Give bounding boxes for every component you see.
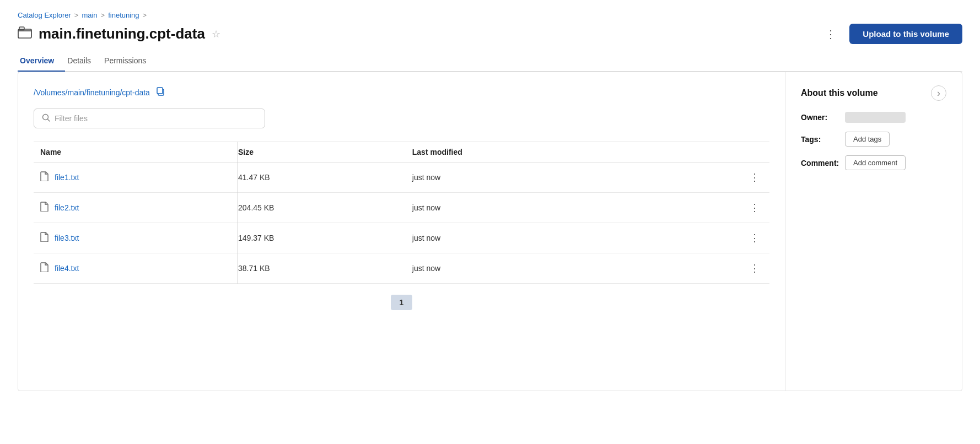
content-layout: /Volumes/main/finetuning/cpt-data <box>18 72 962 391</box>
right-panel: About this volume › Owner: Tags: Add tag… <box>785 72 962 391</box>
file-icon <box>40 202 49 214</box>
tags-label: Tags: <box>801 135 839 144</box>
tab-overview[interactable]: Overview <box>18 51 65 72</box>
tab-permissions[interactable]: Permissions <box>102 51 157 72</box>
tab-details[interactable]: Details <box>65 51 102 72</box>
filter-input[interactable] <box>55 114 257 123</box>
row-actions: ⋮ <box>653 253 769 284</box>
page-title: main.finetuning.cpt-data <box>39 25 205 42</box>
file-size: 41.47 KB <box>238 163 406 193</box>
file-name-cell: file1.txt <box>34 163 238 193</box>
svg-rect-1 <box>19 27 24 30</box>
page-header: main.finetuning.cpt-data ☆ ⋮ Upload to t… <box>18 24 962 44</box>
add-tags-button[interactable]: Add tags <box>845 132 890 147</box>
file-icon <box>40 171 49 183</box>
file-name[interactable]: file3.txt <box>55 234 79 242</box>
upload-button[interactable]: Upload to this volume <box>849 24 962 44</box>
file-size: 38.71 KB <box>238 253 406 284</box>
file-name-cell: file4.txt <box>34 253 238 284</box>
owner-row: Owner: <box>801 112 946 123</box>
file-last-modified: just now <box>406 223 653 253</box>
col-size: Size <box>238 142 406 163</box>
file-name[interactable]: file1.txt <box>55 173 79 182</box>
row-actions: ⋮ <box>653 193 769 223</box>
table-row: file1.txt 41.47 KB just now ⋮ <box>34 163 769 193</box>
breadcrumb: Catalog Explorer > main > finetuning > <box>18 11 962 19</box>
copy-icon[interactable] <box>154 85 166 100</box>
file-name[interactable]: file4.txt <box>55 264 79 273</box>
about-title: About this volume <box>801 88 878 98</box>
row-more-button[interactable]: ⋮ <box>746 231 763 245</box>
row-actions: ⋮ <box>653 223 769 253</box>
title-area: main.finetuning.cpt-data ☆ <box>18 25 220 42</box>
svg-line-5 <box>48 120 50 122</box>
file-size: 204.45 KB <box>238 193 406 223</box>
filter-row <box>34 109 769 128</box>
filter-input-wrapper <box>34 109 265 128</box>
file-icon <box>40 232 49 244</box>
file-name-cell: file2.txt <box>34 193 238 223</box>
volume-path-row: /Volumes/main/finetuning/cpt-data <box>34 85 769 100</box>
col-last-modified: Last modified <box>406 142 653 163</box>
row-actions: ⋮ <box>653 163 769 193</box>
header-actions: ⋮ Upload to this volume <box>821 24 962 44</box>
file-icon <box>40 262 49 274</box>
file-size: 149.37 KB <box>238 223 406 253</box>
about-header: About this volume › <box>801 85 946 101</box>
row-more-button[interactable]: ⋮ <box>746 261 763 275</box>
page-1-button[interactable]: 1 <box>391 295 413 310</box>
star-icon[interactable]: ☆ <box>212 28 220 40</box>
search-icon <box>42 113 50 123</box>
breadcrumb-finetuning[interactable]: finetuning <box>108 11 139 19</box>
comment-row: Comment: Add comment <box>801 155 946 170</box>
row-more-button[interactable]: ⋮ <box>746 201 763 215</box>
file-name-cell: file3.txt <box>34 223 238 253</box>
volume-path[interactable]: /Volumes/main/finetuning/cpt-data <box>34 88 150 97</box>
breadcrumb-catalog-explorer[interactable]: Catalog Explorer <box>18 11 71 19</box>
add-comment-button[interactable]: Add comment <box>845 155 906 170</box>
pagination-row: 1 <box>34 295 769 310</box>
owner-label: Owner: <box>801 113 839 122</box>
tags-row: Tags: Add tags <box>801 132 946 147</box>
file-last-modified: just now <box>406 253 653 284</box>
tab-bar: Overview Details Permissions <box>18 51 962 72</box>
volume-icon <box>18 26 32 42</box>
expand-icon[interactable]: › <box>931 85 946 101</box>
comment-label: Comment: <box>801 159 839 167</box>
left-panel: /Volumes/main/finetuning/cpt-data <box>18 72 785 391</box>
table-row: file2.txt 204.45 KB just now ⋮ <box>34 193 769 223</box>
file-name[interactable]: file2.txt <box>55 203 79 212</box>
breadcrumb-main[interactable]: main <box>82 11 97 19</box>
file-last-modified: just now <box>406 163 653 193</box>
row-more-button[interactable]: ⋮ <box>746 170 763 185</box>
more-options-icon[interactable]: ⋮ <box>821 25 841 43</box>
file-last-modified: just now <box>406 193 653 223</box>
col-actions <box>653 142 769 163</box>
table-row: file4.txt 38.71 KB just now ⋮ <box>34 253 769 284</box>
file-table: Name Size Last modified <box>34 142 769 284</box>
col-name: Name <box>34 142 238 163</box>
table-row: file3.txt 149.37 KB just now ⋮ <box>34 223 769 253</box>
svg-rect-3 <box>157 88 163 94</box>
table-header-row: Name Size Last modified <box>34 142 769 163</box>
owner-value-placeholder <box>845 112 906 123</box>
